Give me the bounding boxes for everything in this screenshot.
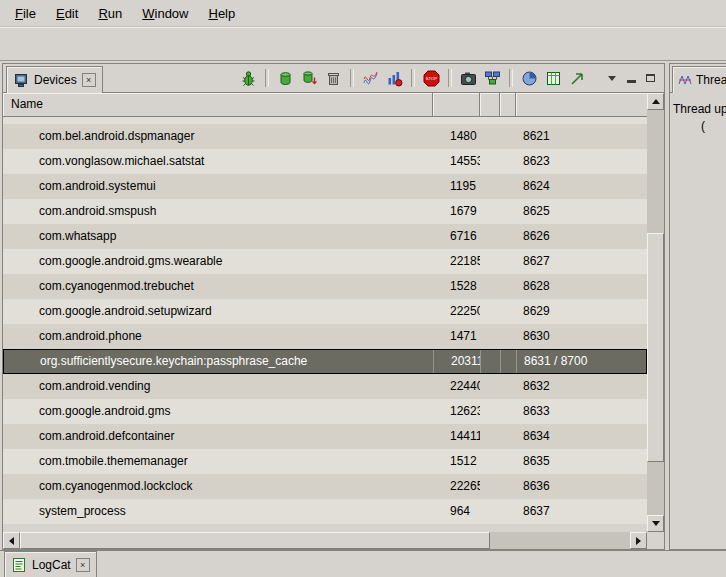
cell-port[interactable]: 8623 [516, 149, 647, 174]
table-row[interactable]: com.android.defcontainer144118634 [3, 424, 647, 449]
dump-hprof-icon[interactable] [299, 67, 320, 89]
cell-name[interactable]: com.google.android.setupwizard [3, 299, 433, 324]
cell-pid[interactable]: 1195 [433, 174, 480, 199]
cell-s2[interactable] [500, 199, 516, 224]
cell-s2[interactable] [500, 424, 516, 449]
cell-pid[interactable]: 1471 [433, 324, 480, 349]
table-row[interactable]: com.vonglasow.michael.satstat145538623 [3, 149, 647, 174]
cell-s2[interactable] [500, 399, 516, 424]
cell-port[interactable]: 8624 [516, 174, 647, 199]
cell-name[interactable]: org.sufficientlysecure.keychain:passphra… [4, 350, 434, 373]
menu-edit[interactable]: Edit [47, 3, 87, 24]
cell-s2[interactable] [500, 324, 516, 349]
table-row[interactable]: com.tmobile.thememanager15128635 [3, 449, 647, 474]
cell-name[interactable]: com.android.smspush [3, 199, 433, 224]
table-row[interactable]: com.whatsapp67168626 [3, 224, 647, 249]
menu-window[interactable]: Window [133, 3, 197, 24]
update-threads-icon[interactable] [360, 67, 381, 89]
vertical-scrollbar[interactable] [647, 93, 664, 532]
table-row[interactable]: system_process9648637 [3, 499, 647, 524]
cell-s2[interactable] [501, 350, 517, 373]
cell-pid[interactable]: 6716 [433, 224, 480, 249]
cell-s1[interactable] [480, 149, 500, 174]
cell-pid[interactable]: 22265 [433, 474, 480, 499]
view-hierarchy-icon[interactable] [482, 67, 503, 89]
scroll-left-button[interactable] [3, 532, 20, 549]
cell-pid[interactable]: 1480 [433, 124, 480, 149]
table-row[interactable]: com.cyanogenmod.trebuchet15288628 [3, 274, 647, 299]
cell-pid[interactable]: 12623 [433, 399, 480, 424]
table-row[interactable]: com.android.systemui11958624 [3, 174, 647, 199]
scroll-up-button[interactable] [647, 93, 664, 110]
cell-port[interactable]: 8632 [516, 374, 647, 399]
cell-port[interactable]: 8625 [516, 199, 647, 224]
cell-pid[interactable]: 20311 [434, 350, 481, 373]
cell-s1[interactable] [480, 249, 500, 274]
table-row-selected[interactable]: org.sufficientlysecure.keychain:passphra… [3, 349, 647, 374]
cell-pid[interactable]: 1679 [433, 199, 480, 224]
cell-port[interactable]: 8627 [516, 249, 647, 274]
cell-s1[interactable] [481, 350, 501, 373]
cell-pid[interactable]: 14411 [433, 424, 480, 449]
cell-name[interactable]: com.bel.android.dspmanager [3, 124, 433, 149]
cell-port[interactable]: 8621 [516, 124, 647, 149]
cell-s1[interactable] [480, 399, 500, 424]
table-row[interactable]: com.google.android.gms.wearable221858627 [3, 249, 647, 274]
scroll-down-button[interactable] [647, 515, 664, 532]
cell-s2[interactable] [500, 299, 516, 324]
table-row[interactable]: com.android.smspush16798625 [3, 199, 647, 224]
cell-name[interactable]: com.tmobile.thememanager [3, 449, 433, 474]
diagonal-arrow-icon[interactable] [567, 67, 588, 89]
cell-s2[interactable] [500, 149, 516, 174]
cell-s2[interactable] [500, 374, 516, 399]
cell-s2[interactable] [500, 274, 516, 299]
cell-pid[interactable]: 1528 [433, 274, 480, 299]
system-info-icon[interactable] [519, 67, 540, 89]
maximize-icon[interactable] [642, 70, 658, 86]
cell-port[interactable]: 8636 [516, 474, 647, 499]
cell-pid[interactable]: 22440 [433, 374, 480, 399]
cell-pid[interactable]: 964 [433, 499, 480, 524]
cell-s2[interactable] [500, 249, 516, 274]
screen-capture-icon[interactable] [458, 67, 479, 89]
cell-s1[interactable] [480, 124, 500, 149]
stop-process-icon[interactable]: STOP [421, 67, 442, 89]
cell-s1[interactable] [480, 224, 500, 249]
cell-s1[interactable] [480, 499, 500, 524]
cell-port[interactable]: 8634 [516, 424, 647, 449]
cell-pid[interactable]: 1512 [433, 449, 480, 474]
cell-port[interactable]: 8633 [516, 399, 647, 424]
columns-icon[interactable] [543, 67, 564, 89]
table-row[interactable]: com.bel.android.dspmanager14808621 [3, 124, 647, 149]
cell-s1[interactable] [480, 299, 500, 324]
table-row[interactable]: com.google.android.setupwizard222508629 [3, 299, 647, 324]
table-row-partial[interactable] [3, 117, 647, 124]
cell-name[interactable]: com.google.android.gms [3, 399, 433, 424]
cell-s2[interactable] [500, 499, 516, 524]
cell-s1[interactable] [480, 374, 500, 399]
cell-s2[interactable] [500, 224, 516, 249]
menu-help[interactable]: Help [199, 3, 244, 24]
cause-gc-icon[interactable] [323, 67, 344, 89]
menu-run[interactable]: Run [89, 3, 131, 24]
cell-s1[interactable] [480, 449, 500, 474]
cell-port[interactable]: 8637 [516, 499, 647, 524]
cell-s1[interactable] [480, 199, 500, 224]
vertical-scroll-thumb[interactable] [647, 233, 664, 461]
cell-name[interactable]: com.google.android.gms.wearable [3, 249, 433, 274]
menu-file[interactable]: File [6, 3, 45, 24]
cell-name[interactable]: system_process [3, 499, 433, 524]
cell-s1[interactable] [480, 424, 500, 449]
cell-port[interactable]: 8630 [516, 324, 647, 349]
cell-pid[interactable]: 22185 [433, 249, 480, 274]
cell-port[interactable]: 8626 [516, 224, 647, 249]
horizontal-scrollbar[interactable] [3, 532, 647, 549]
cell-name[interactable]: com.cyanogenmod.lockclock [3, 474, 433, 499]
cell-name[interactable]: com.android.vending [3, 374, 433, 399]
cell-s2[interactable] [500, 174, 516, 199]
cell-port[interactable]: 8628 [516, 274, 647, 299]
table-row[interactable]: com.android.phone14718630 [3, 324, 647, 349]
cell-name[interactable]: com.cyanogenmod.trebuchet [3, 274, 433, 299]
column-header-small-1[interactable] [480, 93, 500, 117]
close-icon[interactable]: × [76, 558, 90, 572]
